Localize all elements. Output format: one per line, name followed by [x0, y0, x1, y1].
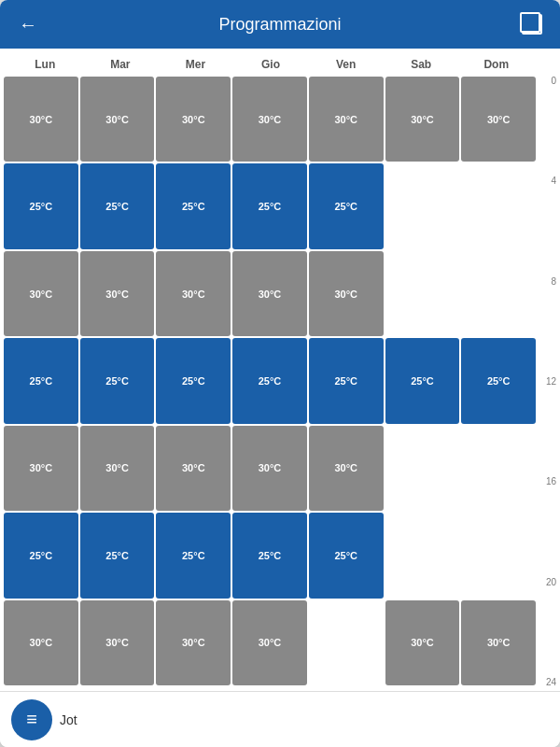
- schedule-cell[interactable]: 30°C: [4, 600, 78, 685]
- header: ← Programmazioni: [0, 0, 560, 49]
- schedule-row: 25°C25°C25°C25°C25°C: [4, 163, 536, 248]
- schedule-container: Lun Mar Mer Gio Ven Sab Dom 30°C30°C30°C…: [0, 49, 560, 691]
- schedule-cell[interactable]: 25°C: [309, 338, 384, 423]
- schedule-cell[interactable]: 30°C: [156, 600, 231, 685]
- day-ven: Ven: [308, 54, 384, 75]
- schedule-cell[interactable]: 30°C: [156, 251, 231, 336]
- schedule-cell[interactable]: 30°C: [309, 251, 384, 336]
- schedule-cell[interactable]: 30°C: [80, 251, 155, 336]
- schedule-cell[interactable]: 30°C: [80, 426, 155, 511]
- copy-button[interactable]: [519, 11, 545, 37]
- schedule-row: 30°C30°C30°C30°C30°C30°C30°C: [4, 77, 536, 162]
- schedule-cell[interactable]: 25°C: [232, 338, 307, 423]
- schedule-cell[interactable]: 25°C: [80, 338, 155, 423]
- time-label: 4: [538, 176, 556, 186]
- time-label: 8: [538, 277, 556, 287]
- page-title: Programmazioni: [41, 15, 519, 35]
- schedule-cell[interactable]: 30°C: [80, 77, 155, 162]
- time-label: 12: [538, 377, 556, 387]
- grid-area: 30°C30°C30°C30°C30°C30°C30°C25°C25°C25°C…: [4, 77, 536, 687]
- schedule-cell[interactable]: 30°C: [232, 77, 307, 162]
- jot-label: Jot: [60, 712, 77, 727]
- day-dom: Dom: [458, 54, 534, 75]
- schedule-cell[interactable]: [385, 426, 460, 511]
- schedule-cell[interactable]: 25°C: [461, 338, 536, 423]
- time-label: 16: [538, 477, 556, 486]
- schedule-cell[interactable]: 25°C: [4, 163, 78, 248]
- schedule-cell[interactable]: 30°C: [156, 426, 231, 511]
- schedule-cell[interactable]: 30°C: [461, 600, 536, 685]
- schedule-cell[interactable]: [385, 251, 460, 336]
- schedule-cell[interactable]: 30°C: [4, 77, 78, 162]
- schedule-cell[interactable]: 25°C: [309, 513, 384, 598]
- schedule-cell[interactable]: 30°C: [461, 77, 536, 162]
- schedule-cell[interactable]: [385, 513, 460, 598]
- day-sab: Sab: [384, 54, 459, 75]
- schedule-cell[interactable]: [461, 513, 536, 598]
- schedule-cell[interactable]: [461, 251, 536, 336]
- jot-icon: ≡: [26, 709, 37, 730]
- schedule-cell[interactable]: 25°C: [80, 163, 155, 248]
- day-gio: Gio: [233, 54, 309, 75]
- schedule-cell[interactable]: 30°C: [232, 251, 307, 336]
- schedule-cell[interactable]: 25°C: [156, 163, 231, 248]
- schedule-cell[interactable]: 30°C: [385, 600, 460, 685]
- schedule-cell[interactable]: [461, 426, 536, 511]
- schedule-cell[interactable]: [461, 163, 536, 248]
- schedule-cell[interactable]: 30°C: [80, 600, 155, 685]
- schedule-cell[interactable]: 30°C: [232, 426, 307, 511]
- schedule-cell[interactable]: 25°C: [156, 338, 231, 423]
- back-arrow-icon: ←: [19, 14, 37, 35]
- back-button[interactable]: ←: [15, 11, 41, 37]
- schedule-cell[interactable]: [309, 600, 384, 685]
- day-lun: Lun: [7, 54, 83, 75]
- schedule-row: 25°C25°C25°C25°C25°C25°C25°C: [4, 338, 536, 423]
- bottom-bar: ≡ Jot: [0, 691, 560, 747]
- schedule-cell[interactable]: 25°C: [309, 163, 384, 248]
- schedule-cell[interactable]: 30°C: [309, 77, 384, 162]
- schedule-row: 30°C30°C30°C30°C30°C30°C: [4, 600, 536, 685]
- schedule-cell[interactable]: 25°C: [80, 513, 155, 598]
- schedule-cell[interactable]: [385, 163, 460, 248]
- schedule-cell[interactable]: 30°C: [232, 600, 307, 685]
- schedule-cell[interactable]: 30°C: [309, 426, 384, 511]
- time-label: 0: [538, 77, 556, 86]
- day-mar: Mar: [83, 54, 159, 75]
- jot-button[interactable]: ≡: [11, 699, 52, 740]
- day-headers-row: Lun Mar Mer Gio Ven Sab Dom: [0, 52, 560, 77]
- time-label: 24: [538, 678, 556, 687]
- schedule-cell[interactable]: 30°C: [156, 77, 231, 162]
- schedule-cell[interactable]: 25°C: [4, 338, 78, 423]
- time-axis: 04812162024: [536, 77, 556, 687]
- copy-icon: [522, 14, 542, 35]
- schedule-cell[interactable]: 25°C: [156, 513, 231, 598]
- device-frame: ← Programmazioni Lun Mar Mer Gio Ven Sab…: [0, 0, 560, 747]
- schedule-cell[interactable]: 25°C: [4, 513, 78, 598]
- schedule-cell[interactable]: 25°C: [232, 513, 307, 598]
- schedule-cell[interactable]: 25°C: [232, 163, 307, 248]
- day-mer: Mer: [158, 54, 233, 75]
- schedule-row: 25°C25°C25°C25°C25°C: [4, 513, 536, 598]
- schedule-cell[interactable]: 30°C: [385, 77, 460, 162]
- schedule-cell[interactable]: 30°C: [4, 251, 78, 336]
- grid-wrapper: 30°C30°C30°C30°C30°C30°C30°C25°C25°C25°C…: [0, 77, 560, 687]
- schedule-cell[interactable]: 25°C: [385, 338, 460, 423]
- schedule-row: 30°C30°C30°C30°C30°C: [4, 426, 536, 511]
- schedule-row: 30°C30°C30°C30°C30°C: [4, 251, 536, 336]
- schedule-cell[interactable]: 30°C: [4, 426, 78, 511]
- time-label: 20: [538, 578, 556, 587]
